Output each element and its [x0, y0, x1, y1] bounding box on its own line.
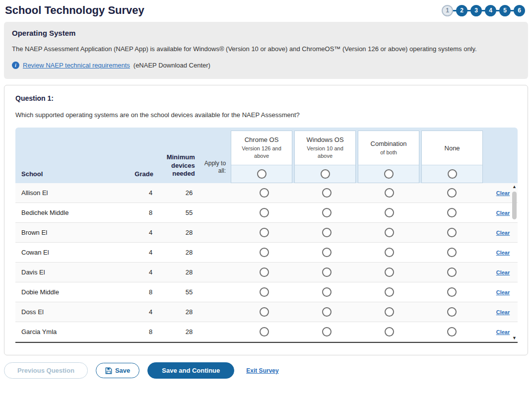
- radio-combination[interactable]: [385, 208, 394, 217]
- table-row: Brown El428Clear: [15, 223, 518, 243]
- clear-link[interactable]: Clear: [496, 309, 510, 315]
- survey-table: School Grade Minimum devices needed Appl…: [15, 128, 518, 343]
- clear-link[interactable]: Clear: [496, 289, 510, 295]
- save-icon: [105, 367, 112, 374]
- step-1-button[interactable]: 1: [442, 5, 453, 16]
- option-cell-windows-os: [295, 287, 358, 297]
- clear-link[interactable]: Clear: [496, 230, 510, 236]
- grade-value: 4: [130, 249, 160, 256]
- radio-windows-os[interactable]: [322, 228, 332, 237]
- table-header: School Grade Minimum devices needed Appl…: [15, 128, 518, 183]
- radio-chrome-os[interactable]: [260, 268, 269, 277]
- header-apply-to-all: Apply to all:: [199, 128, 230, 183]
- radio-chrome-os[interactable]: [260, 188, 269, 198]
- apply-all-radio-none[interactable]: [448, 169, 457, 179]
- option-cell-none: [421, 228, 483, 237]
- school-name: Garcia Ymla: [15, 328, 130, 335]
- radio-windows-os[interactable]: [322, 287, 332, 297]
- radio-windows-os[interactable]: [322, 327, 332, 336]
- radio-none[interactable]: [447, 228, 457, 237]
- scroll-up-icon[interactable]: ▲: [512, 185, 517, 189]
- radio-none[interactable]: [447, 268, 457, 277]
- school-name: Brown El: [15, 229, 130, 236]
- clear-cell: Clear: [483, 249, 511, 256]
- clear-link[interactable]: Clear: [496, 269, 510, 275]
- apply-all-radio-row: [422, 165, 482, 183]
- option-cell-none: [421, 327, 483, 336]
- radio-chrome-os[interactable]: [260, 287, 269, 297]
- radio-windows-os[interactable]: [322, 248, 332, 257]
- option-cell-chrome-os: [233, 327, 295, 336]
- radio-none[interactable]: [447, 307, 457, 317]
- apply-all-radio-combination[interactable]: [384, 169, 394, 179]
- table-row: Garcia Ymla828Clear: [15, 322, 518, 342]
- grade-value: 4: [130, 268, 160, 276]
- radio-chrome-os[interactable]: [260, 208, 269, 217]
- radio-chrome-os[interactable]: [260, 248, 269, 257]
- exit-survey-link[interactable]: Exit Survey: [246, 367, 278, 374]
- step-3-button[interactable]: 3: [470, 5, 482, 16]
- radio-combination[interactable]: [385, 188, 394, 198]
- save-button-label: Save: [115, 367, 130, 374]
- radio-combination[interactable]: [385, 228, 394, 237]
- radio-none[interactable]: [447, 248, 457, 257]
- radio-combination[interactable]: [385, 248, 394, 257]
- header-clear-spacer: [484, 128, 511, 183]
- question-card: Question 1: Which supported operating sy…: [4, 85, 528, 355]
- grade-value: 4: [130, 189, 160, 197]
- option-title: None: [445, 144, 460, 152]
- radio-windows-os[interactable]: [322, 268, 332, 277]
- clear-cell: Clear: [483, 328, 511, 335]
- info-panel-title: Operating System: [12, 29, 520, 37]
- table-row: Cowan El428Clear: [15, 243, 518, 263]
- option-cell-chrome-os: [233, 268, 295, 277]
- header-grade: Grade: [128, 128, 158, 183]
- clear-cell: Clear: [483, 288, 511, 296]
- grade-value: 4: [130, 308, 160, 316]
- option-cell-none: [421, 307, 483, 317]
- step-2-button[interactable]: 2: [456, 5, 467, 16]
- option-cell-combination: [358, 228, 421, 237]
- clear-link[interactable]: Clear: [496, 329, 510, 335]
- option-cell-chrome-os: [233, 188, 295, 198]
- vertical-scrollbar[interactable]: ▲ ▼: [511, 183, 518, 342]
- radio-none[interactable]: [447, 327, 457, 336]
- step-4-button[interactable]: 4: [485, 5, 496, 16]
- devices-value: 55: [160, 209, 201, 216]
- radio-windows-os[interactable]: [322, 307, 332, 317]
- option-head: Chrome OSVersion 126 and above: [231, 131, 292, 165]
- clear-link[interactable]: Clear: [496, 190, 510, 196]
- radio-chrome-os[interactable]: [260, 228, 269, 237]
- scroll-down-icon[interactable]: ▼: [512, 336, 517, 340]
- scrollbar-thumb[interactable]: [512, 192, 517, 219]
- option-headers: Chrome OSVersion 126 and aboveWindows OS…: [230, 128, 484, 183]
- option-cell-none: [421, 208, 483, 217]
- technical-requirements-link[interactable]: Review NAEP technical requirements: [23, 62, 130, 69]
- radio-chrome-os[interactable]: [260, 327, 269, 336]
- apply-all-radio-chrome-os[interactable]: [257, 169, 266, 179]
- step-5-button[interactable]: 5: [499, 5, 511, 16]
- option-head: Combinationof both: [358, 131, 419, 165]
- clear-link[interactable]: Clear: [496, 210, 510, 216]
- radio-combination[interactable]: [385, 307, 394, 317]
- radio-combination[interactable]: [385, 327, 394, 336]
- school-name: Allison El: [15, 189, 130, 197]
- save-button[interactable]: Save: [96, 363, 139, 378]
- table-row: Davis El428Clear: [15, 263, 518, 282]
- info-icon: i: [12, 62, 19, 69]
- radio-chrome-os[interactable]: [260, 307, 269, 317]
- radio-none[interactable]: [447, 287, 457, 297]
- save-and-continue-button[interactable]: Save and Continue: [147, 362, 234, 379]
- radio-combination[interactable]: [385, 268, 394, 277]
- radio-none[interactable]: [447, 188, 457, 198]
- devices-value: 26: [160, 189, 201, 197]
- clear-link[interactable]: Clear: [496, 250, 510, 256]
- previous-question-button[interactable]: Previous Question: [4, 362, 88, 379]
- radio-windows-os[interactable]: [322, 208, 332, 217]
- apply-all-radio-windows-os[interactable]: [321, 169, 330, 179]
- radio-combination[interactable]: [385, 287, 394, 297]
- step-6-button[interactable]: 6: [514, 5, 525, 16]
- radio-windows-os[interactable]: [322, 188, 332, 198]
- table-body: Allison El426ClearBedichek Middle855Clea…: [15, 183, 518, 343]
- radio-none[interactable]: [447, 208, 457, 217]
